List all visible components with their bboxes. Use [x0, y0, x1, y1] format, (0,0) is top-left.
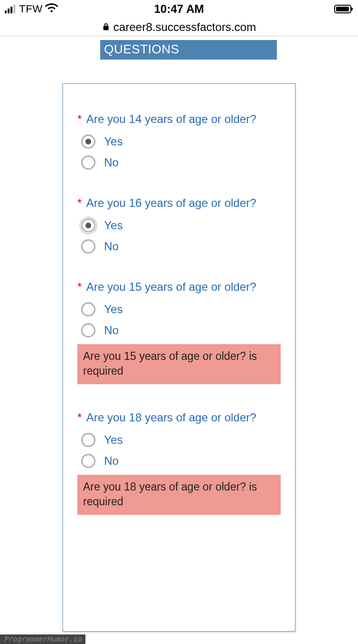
radio-row-yes[interactable]: Yes — [81, 134, 281, 149]
radio-label-yes: Yes — [104, 219, 123, 232]
wifi-icon — [45, 3, 58, 16]
radio-yes[interactable] — [81, 302, 95, 317]
question-label: * Are you 16 years of age or older? — [77, 196, 281, 210]
radio-row-no[interactable]: No — [81, 454, 281, 468]
carrier-label: TFW — [19, 3, 42, 15]
url-text: career8.successfactors.com — [114, 20, 256, 34]
radio-row-no[interactable]: No — [81, 239, 281, 254]
clock: 10:47 AM — [154, 2, 204, 16]
radio-yes[interactable] — [81, 433, 95, 447]
radio-no[interactable] — [81, 454, 95, 468]
question-label: * Are you 15 years of age or older? — [77, 280, 281, 294]
status-bar: TFW 10:47 AM — [0, 0, 358, 18]
error-message: Are you 15 years of age or older? is req… — [77, 344, 281, 384]
required-star: * — [77, 280, 82, 293]
watermark: ProgrammerHumor.io — [0, 634, 85, 644]
question-text: Are you 15 years of age or older? — [86, 280, 256, 293]
radio-row-yes[interactable]: Yes — [81, 218, 281, 233]
status-right — [334, 5, 351, 13]
radio-row-yes[interactable]: Yes — [81, 302, 281, 317]
question-block: * Are you 18 years of age or older? Yes … — [77, 411, 281, 515]
required-star: * — [77, 112, 82, 125]
radio-label-no: No — [104, 240, 119, 253]
radio-label-yes: Yes — [104, 303, 123, 316]
question-block: * Are you 16 years of age or older? Yes … — [77, 196, 281, 254]
radio-yes[interactable] — [81, 134, 95, 149]
radio-no[interactable] — [81, 155, 95, 170]
radio-label-yes: Yes — [104, 135, 123, 148]
required-star: * — [77, 411, 82, 424]
radio-no[interactable] — [81, 323, 95, 337]
question-label: * Are you 14 years of age or older? — [77, 112, 281, 126]
question-block: * Are you 15 years of age or older? Yes … — [77, 280, 281, 384]
question-text: Are you 16 years of age or older? — [86, 196, 256, 209]
url-bar[interactable]: career8.successfactors.com — [0, 18, 358, 36]
radio-row-no[interactable]: No — [81, 323, 281, 337]
radio-no[interactable] — [81, 239, 95, 254]
radio-row-yes[interactable]: Yes — [81, 433, 281, 447]
radio-label-yes: Yes — [104, 433, 123, 447]
required-star: * — [77, 196, 82, 209]
radio-label-no: No — [104, 156, 119, 169]
lock-icon — [102, 20, 110, 34]
radio-label-no: No — [104, 454, 119, 468]
question-text: Are you 18 years of age or older? — [86, 411, 256, 424]
status-left: TFW — [5, 3, 58, 16]
battery-icon — [334, 5, 351, 13]
radio-yes[interactable] — [81, 218, 95, 233]
radio-label-no: No — [104, 324, 119, 337]
error-message: Are you 18 years of age or older? is req… — [77, 475, 281, 515]
question-text: Are you 14 years of age or older? — [86, 112, 256, 125]
form-card: * Are you 14 years of age or older? Yes … — [63, 83, 295, 632]
question-label: * Are you 18 years of age or older? — [77, 411, 281, 424]
radio-row-no[interactable]: No — [81, 155, 281, 170]
signal-icon — [5, 5, 15, 13]
question-block: * Are you 14 years of age or older? Yes … — [77, 112, 281, 170]
questions-header: QUESTIONS — [100, 40, 277, 60]
